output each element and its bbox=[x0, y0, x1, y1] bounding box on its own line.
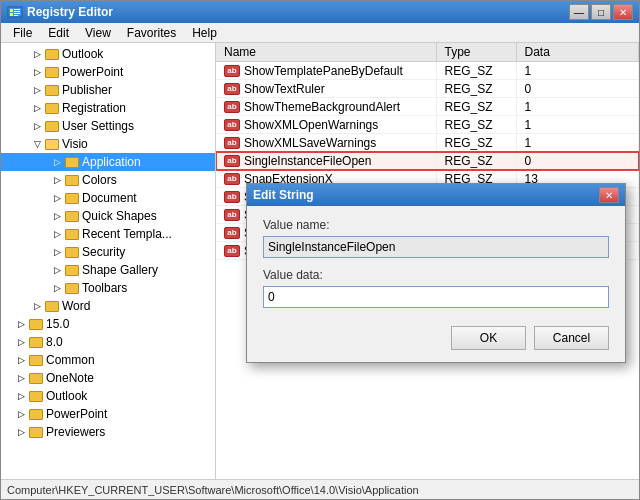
window-title: Registry Editor bbox=[27, 5, 569, 19]
value-data-input[interactable] bbox=[263, 286, 609, 308]
tree-item-previewers[interactable]: ▷ Previewers bbox=[1, 423, 215, 441]
folder-icon-150 bbox=[29, 319, 43, 330]
table-row[interactable]: abShowXMLSaveWarningsREG_SZ1 bbox=[216, 134, 639, 152]
expander-usersettings[interactable]: ▷ bbox=[29, 118, 45, 134]
tree-item-usersettings[interactable]: ▷ User Settings bbox=[1, 117, 215, 135]
tree-label-outlook2: Outlook bbox=[46, 389, 87, 403]
expander-previewers[interactable]: ▷ bbox=[13, 424, 29, 440]
folder-icon-application bbox=[65, 157, 79, 168]
expander-onenote[interactable]: ▷ bbox=[13, 370, 29, 386]
folder-icon-common bbox=[29, 355, 43, 366]
tree-label-common: Common bbox=[46, 353, 95, 367]
expander-150[interactable]: ▷ bbox=[13, 316, 29, 332]
tree-item-onenote[interactable]: ▷ OneNote bbox=[1, 369, 215, 387]
expander-powerpoint1[interactable]: ▷ bbox=[29, 64, 45, 80]
expander-shapegallery[interactable]: ▷ bbox=[49, 262, 65, 278]
tree-item-common[interactable]: ▷ Common bbox=[1, 351, 215, 369]
col-type: Type bbox=[436, 43, 516, 62]
value-name-input[interactable] bbox=[263, 236, 609, 258]
tree-item-powerpoint2[interactable]: ▷ PowerPoint bbox=[1, 405, 215, 423]
dialog-title-bar: Edit String ✕ bbox=[247, 184, 625, 206]
expander-document[interactable]: ▷ bbox=[49, 190, 65, 206]
tree-item-visio[interactable]: ▽ Visio bbox=[1, 135, 215, 153]
cell-data: 0 bbox=[516, 80, 639, 98]
expander-publisher[interactable]: ▷ bbox=[29, 82, 45, 98]
tree-item-shapegallery[interactable]: ▷ Shape Gallery bbox=[1, 261, 215, 279]
tree-item-toolbars[interactable]: ▷ Toolbars bbox=[1, 279, 215, 297]
cancel-button[interactable]: Cancel bbox=[534, 326, 609, 350]
cell-name-text: ShowTextRuler bbox=[244, 82, 325, 96]
value-data-label: Value data: bbox=[263, 268, 609, 282]
menu-file[interactable]: File bbox=[5, 24, 40, 42]
cell-name-text: SingleInstanceFileOpen bbox=[244, 154, 371, 168]
tree-item-quickshapes[interactable]: ▷ Quick Shapes bbox=[1, 207, 215, 225]
expander-registration[interactable]: ▷ bbox=[29, 100, 45, 116]
tree-item-recenttemplates[interactable]: ▷ Recent Templa... bbox=[1, 225, 215, 243]
cell-type: REG_SZ bbox=[436, 62, 516, 80]
tree-item-powerpoint1[interactable]: ▷ PowerPoint bbox=[1, 63, 215, 81]
table-row[interactable]: abShowThemeBackgroundAlertREG_SZ1 bbox=[216, 98, 639, 116]
registry-panel[interactable]: Name Type Data abShowTemplatePaneByDefau… bbox=[216, 43, 639, 479]
tree-item-document[interactable]: ▷ Document bbox=[1, 189, 215, 207]
ok-button[interactable]: OK bbox=[451, 326, 526, 350]
close-button[interactable]: ✕ bbox=[613, 4, 633, 20]
expander-quickshapes[interactable]: ▷ bbox=[49, 208, 65, 224]
expander-toolbars[interactable]: ▷ bbox=[49, 280, 65, 296]
tree-label-colors: Colors bbox=[82, 173, 117, 187]
tree-item-word[interactable]: ▷ Word bbox=[1, 297, 215, 315]
expander-common[interactable]: ▷ bbox=[13, 352, 29, 368]
svg-rect-3 bbox=[14, 11, 20, 12]
expander-security[interactable]: ▷ bbox=[49, 244, 65, 260]
tree-item-colors[interactable]: ▷ Colors bbox=[1, 171, 215, 189]
tree-item-application[interactable]: ▷ Application bbox=[1, 153, 215, 171]
reg-type-icon: ab bbox=[224, 191, 240, 203]
menu-view[interactable]: View bbox=[77, 24, 119, 42]
expander-word[interactable]: ▷ bbox=[29, 298, 45, 314]
expander-powerpoint2[interactable]: ▷ bbox=[13, 406, 29, 422]
cell-name-text: ShowXMLSaveWarnings bbox=[244, 136, 376, 150]
tree-label-security: Security bbox=[82, 245, 125, 259]
expander-recenttemplates[interactable]: ▷ bbox=[49, 226, 65, 242]
folder-icon-quickshapes bbox=[65, 211, 79, 222]
tree-item-150[interactable]: ▷ 15.0 bbox=[1, 315, 215, 333]
table-row[interactable]: abShowXMLOpenWarningsREG_SZ1 bbox=[216, 116, 639, 134]
cell-type: REG_SZ bbox=[436, 152, 516, 170]
table-row[interactable]: abShowTextRulerREG_SZ0 bbox=[216, 80, 639, 98]
cell-name-text: ShowTemplatePaneByDefault bbox=[244, 64, 403, 78]
folder-icon-recenttemplates bbox=[65, 229, 79, 240]
registry-editor-window: Registry Editor — □ ✕ File Edit View Fav… bbox=[0, 0, 640, 500]
menu-edit[interactable]: Edit bbox=[40, 24, 77, 42]
tree-item-security[interactable]: ▷ Security bbox=[1, 243, 215, 261]
expander-application[interactable]: ▷ bbox=[49, 154, 65, 170]
edit-string-dialog: Edit String ✕ Value name: Value data: OK… bbox=[246, 183, 626, 363]
tree-item-publisher[interactable]: ▷ Publisher bbox=[1, 81, 215, 99]
tree-item-registration[interactable]: ▷ Registration bbox=[1, 99, 215, 117]
folder-icon-registration bbox=[45, 103, 59, 114]
tree-label-toolbars: Toolbars bbox=[82, 281, 127, 295]
folder-icon-publisher bbox=[45, 85, 59, 96]
folder-icon-security bbox=[65, 247, 79, 258]
tree-item-outlook1[interactable]: ▷ Outlook bbox=[1, 45, 215, 63]
expander-outlook1[interactable]: ▷ bbox=[29, 46, 45, 62]
tree-item-80[interactable]: ▷ 8.0 bbox=[1, 333, 215, 351]
expander-colors[interactable]: ▷ bbox=[49, 172, 65, 188]
folder-icon-shapegallery bbox=[65, 265, 79, 276]
expander-outlook2[interactable]: ▷ bbox=[13, 388, 29, 404]
minimize-button[interactable]: — bbox=[569, 4, 589, 20]
folder-icon-visio bbox=[45, 139, 59, 150]
table-row[interactable]: abShowTemplatePaneByDefaultREG_SZ1 bbox=[216, 62, 639, 80]
dialog-close-button[interactable]: ✕ bbox=[599, 187, 619, 203]
tree-item-outlook2[interactable]: ▷ Outlook bbox=[1, 387, 215, 405]
menu-favorites[interactable]: Favorites bbox=[119, 24, 184, 42]
reg-type-icon: ab bbox=[224, 155, 240, 167]
reg-type-icon: ab bbox=[224, 209, 240, 221]
maximize-button[interactable]: □ bbox=[591, 4, 611, 20]
main-content: ▷ Outlook ▷ PowerPoint ▷ Publisher ▷ bbox=[1, 43, 639, 479]
reg-type-icon: ab bbox=[224, 101, 240, 113]
expander-visio[interactable]: ▽ bbox=[29, 136, 45, 152]
table-row[interactable]: abSingleInstanceFileOpenREG_SZ0 bbox=[216, 152, 639, 170]
col-name: Name bbox=[216, 43, 436, 62]
expander-80[interactable]: ▷ bbox=[13, 334, 29, 350]
tree-panel[interactable]: ▷ Outlook ▷ PowerPoint ▷ Publisher ▷ bbox=[1, 43, 216, 479]
menu-help[interactable]: Help bbox=[184, 24, 225, 42]
